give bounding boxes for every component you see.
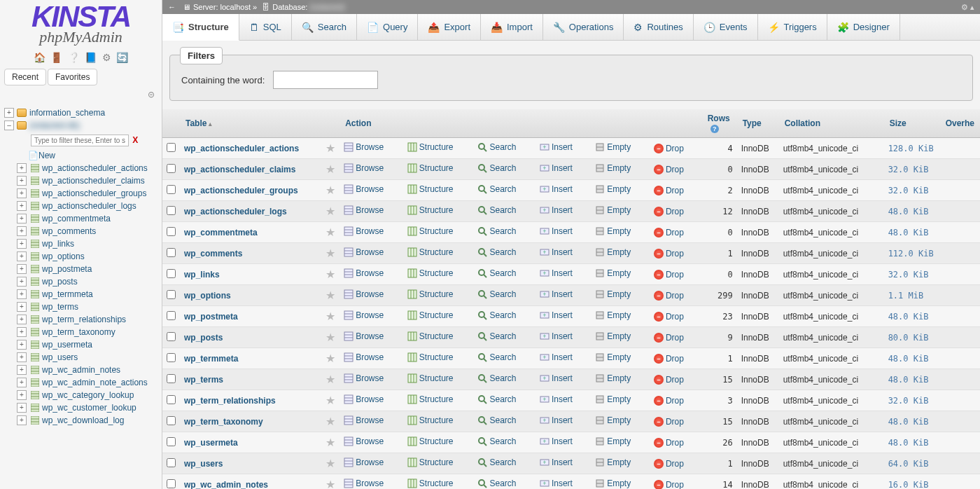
browse-action[interactable]: Browse: [344, 478, 384, 488]
table-name-link[interactable]: wp_term_relationships: [184, 396, 276, 406]
browse-action[interactable]: Browse: [344, 142, 384, 152]
db-name[interactable]: (redacted): [309, 3, 344, 11]
insert-action[interactable]: +Insert: [540, 289, 573, 299]
empty-action[interactable]: Empty: [595, 142, 631, 152]
browse-action[interactable]: Browse: [344, 331, 384, 341]
search-action[interactable]: Search: [477, 394, 516, 404]
logout-icon[interactable]: 🚪: [50, 52, 62, 63]
tree-table-item[interactable]: +wp_wc_download_log: [0, 414, 162, 427]
tab-designer[interactable]: 🧩Designer: [827, 14, 900, 40]
help-icon[interactable]: ❔: [68, 52, 80, 63]
structure-action[interactable]: Structure: [407, 205, 454, 215]
expand-icon[interactable]: +: [17, 390, 27, 400]
search-action[interactable]: Search: [477, 436, 516, 446]
browse-action[interactable]: Browse: [344, 436, 384, 446]
row-checkbox[interactable]: [167, 479, 176, 488]
tree-table-item[interactable]: +wp_commentmeta: [0, 212, 162, 225]
expand-icon[interactable]: +: [17, 176, 27, 186]
tab-structure[interactable]: 📑Structure: [162, 14, 239, 41]
expand-icon[interactable]: +: [17, 188, 27, 198]
tab-operations[interactable]: 🔧Operations: [543, 14, 624, 40]
expand-icon[interactable]: +: [17, 415, 27, 425]
drop-action[interactable]: –Drop: [654, 249, 684, 259]
drop-action[interactable]: –Drop: [654, 291, 684, 301]
drop-action[interactable]: –Drop: [654, 270, 684, 280]
expand-icon[interactable]: +: [17, 327, 27, 337]
search-action[interactable]: Search: [477, 331, 516, 341]
expand-icon[interactable]: +: [17, 226, 27, 236]
tree-table-item[interactable]: +wp_comments: [0, 225, 162, 237]
tree-table-name[interactable]: wp_actionscheduler_groups: [42, 188, 146, 198]
expand-icon[interactable]: +: [17, 365, 27, 375]
favorite-star-icon[interactable]: ★: [321, 264, 340, 285]
browse-action[interactable]: Browse: [344, 163, 384, 173]
tab-events[interactable]: 🕒Events: [694, 14, 758, 40]
search-action[interactable]: Search: [477, 247, 516, 257]
col-overhead[interactable]: Overhe: [940, 109, 980, 138]
tree-table-item[interactable]: +wp_terms: [0, 301, 162, 313]
empty-action[interactable]: Empty: [595, 247, 631, 257]
browse-action[interactable]: Browse: [344, 289, 384, 299]
search-action[interactable]: Search: [477, 289, 516, 299]
drop-action[interactable]: –Drop: [654, 144, 684, 153]
tree-table-item[interactable]: +wp_term_taxonomy: [0, 326, 162, 338]
empty-action[interactable]: Empty: [595, 184, 631, 194]
table-name-link[interactable]: wp_termmeta: [184, 354, 238, 364]
tab-query[interactable]: 📄Query: [357, 14, 418, 40]
tree-table-name[interactable]: wp_postmeta: [42, 264, 92, 274]
expand-icon[interactable]: +: [17, 252, 27, 261]
tree-table-item[interactable]: +wp_wc_admin_notes: [0, 364, 162, 376]
drop-action[interactable]: –Drop: [654, 333, 684, 343]
row-checkbox[interactable]: [167, 248, 176, 257]
tree-table-name[interactable]: wp_comments: [42, 226, 96, 236]
tree-table-item[interactable]: +wp_wc_category_lookup: [0, 389, 162, 401]
structure-action[interactable]: Structure: [407, 457, 454, 467]
col-rows[interactable]: Rows?: [702, 109, 737, 138]
row-checkbox[interactable]: [167, 332, 176, 341]
expand-icon[interactable]: +: [17, 378, 27, 387]
drop-action[interactable]: –Drop: [654, 354, 684, 364]
structure-action[interactable]: Structure: [407, 268, 454, 278]
insert-action[interactable]: +Insert: [540, 247, 573, 257]
table-name-link[interactable]: wp_commentmeta: [184, 228, 258, 237]
empty-action[interactable]: Empty: [595, 478, 631, 488]
empty-action[interactable]: Empty: [595, 352, 631, 362]
tree-table-item[interactable]: +wp_wc_admin_note_actions: [0, 376, 162, 389]
structure-action[interactable]: Structure: [407, 415, 454, 425]
insert-action[interactable]: +Insert: [540, 205, 573, 215]
favorite-star-icon[interactable]: ★: [321, 285, 340, 306]
new-label[interactable]: New: [38, 151, 55, 160]
tree-table-name[interactable]: wp_actionscheduler_logs: [42, 201, 136, 211]
row-checkbox[interactable]: [167, 206, 176, 215]
help-icon[interactable]: ?: [710, 125, 719, 133]
search-action[interactable]: Search: [477, 310, 516, 320]
col-table[interactable]: Table: [180, 109, 321, 138]
empty-action[interactable]: Empty: [595, 205, 631, 215]
insert-action[interactable]: +Insert: [540, 184, 573, 194]
tree-table-item[interactable]: +wp_actionscheduler_groups: [0, 187, 162, 200]
empty-action[interactable]: Empty: [595, 394, 631, 404]
tree-table-name[interactable]: wp_term_relationships: [42, 315, 126, 324]
tree-table-name[interactable]: wp_wc_admin_note_actions: [42, 378, 148, 387]
expand-icon[interactable]: +: [17, 352, 27, 362]
row-checkbox[interactable]: [167, 290, 176, 299]
structure-action[interactable]: Structure: [407, 478, 454, 488]
favorite-star-icon[interactable]: ★: [321, 327, 340, 348]
browse-action[interactable]: Browse: [344, 394, 384, 404]
favorite-star-icon[interactable]: ★: [321, 474, 340, 490]
table-name-link[interactable]: wp_actionscheduler_logs: [184, 207, 287, 216]
drop-action[interactable]: –Drop: [654, 417, 684, 427]
search-action[interactable]: Search: [477, 268, 516, 278]
empty-action[interactable]: Empty: [595, 436, 631, 446]
tab-search[interactable]: 🔍Search: [292, 14, 357, 40]
tree-table-name[interactable]: wp_wc_download_log: [42, 415, 124, 425]
tab-sql[interactable]: 🗒SQL: [239, 14, 292, 40]
collapse-icon[interactable]: –: [4, 120, 14, 130]
table-name-link[interactable]: wp_users: [184, 459, 223, 469]
tree-table-item[interactable]: +wp_postmeta: [0, 263, 162, 275]
expand-icon[interactable]: +: [17, 277, 27, 287]
gear-icon[interactable]: ⚙ ▴: [961, 3, 974, 12]
browse-action[interactable]: Browse: [344, 226, 384, 236]
expand-icon[interactable]: +: [17, 264, 27, 274]
tree-table-name[interactable]: wp_users: [42, 352, 78, 362]
